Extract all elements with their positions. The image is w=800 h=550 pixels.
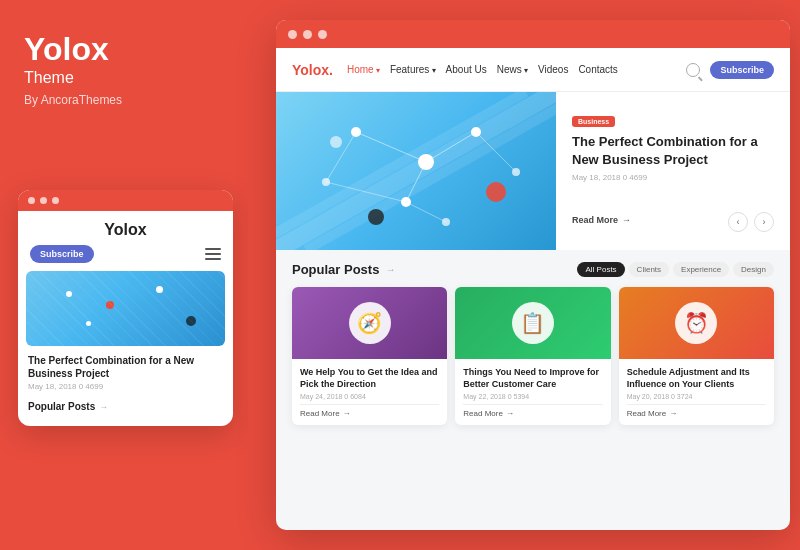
card-read-more-3[interactable]: Read More	[627, 409, 766, 418]
node-dot	[66, 291, 72, 297]
hero-badge: Business	[572, 116, 615, 127]
window-dot-3	[318, 30, 327, 39]
hero-title: The Perfect Combination for a New Busine…	[572, 133, 774, 168]
card-title-1: We Help You to Get the Idea and Pick the…	[300, 366, 439, 390]
mobile-hero-image	[26, 271, 225, 346]
node-dot	[86, 321, 91, 326]
mobile-post-title: The Perfect Combination for a New Busine…	[18, 346, 233, 382]
mobile-dot-3	[52, 197, 59, 204]
hero-section: Business The Perfect Combination for a N…	[276, 92, 790, 250]
svg-point-17	[368, 209, 384, 225]
post-card-2: 📋 Things You Need to Improve for Better …	[455, 287, 610, 425]
svg-point-19	[330, 136, 342, 148]
card-image-2: 📋	[455, 287, 610, 359]
svg-point-18	[486, 182, 506, 202]
nav-subscribe-button[interactable]: Subscribe	[710, 61, 774, 79]
brand-subtitle: Theme	[24, 69, 224, 87]
nav-about[interactable]: About Us	[446, 64, 487, 75]
nav-logo-text: Yolox	[292, 62, 329, 78]
mobile-nav: Subscribe	[18, 245, 233, 271]
clock-icon: ⏰	[675, 302, 717, 344]
card-meta-1: May 24, 2018 0 6084	[300, 393, 439, 400]
svg-point-10	[351, 127, 361, 137]
nav-logo-dot: .	[329, 62, 333, 78]
brand-author: By AncoraThemes	[24, 93, 224, 107]
popular-header: Popular Posts All Posts Clients Experien…	[292, 262, 774, 277]
left-panel: Yolox Theme By AncoraThemes Yolox Subscr…	[0, 0, 248, 550]
mobile-titlebar	[18, 190, 233, 211]
card-read-more-1[interactable]: Read More	[300, 409, 439, 418]
hero-next-button[interactable]: ›	[754, 212, 774, 232]
nav-home[interactable]: Home	[347, 64, 380, 75]
card-image-3: ⏰	[619, 287, 774, 359]
mobile-post-meta: May 18, 2018 0 4699	[18, 382, 233, 397]
nav-contacts[interactable]: Contacts	[578, 64, 617, 75]
mobile-mockup: Yolox Subscribe The Perfect Combination …	[18, 190, 233, 426]
clipboard-icon: 📋	[512, 302, 554, 344]
card-body-2: Things You Need to Improve for Better Cu…	[455, 359, 610, 425]
card-image-1: 🧭	[292, 287, 447, 359]
svg-line-3	[356, 132, 426, 162]
svg-line-9	[406, 202, 446, 222]
cards-row: 🧭 We Help You to Get the Idea and Pick t…	[292, 287, 774, 425]
hero-meta: May 18, 2018 0 4699	[572, 173, 774, 182]
card-read-more-2[interactable]: Read More	[463, 409, 602, 418]
node-dot	[106, 301, 114, 309]
filter-design[interactable]: Design	[733, 262, 774, 277]
card-title-2: Things You Need to Improve for Better Cu…	[463, 366, 602, 390]
popular-posts-title: Popular Posts	[292, 262, 395, 277]
nav-videos[interactable]: Videos	[538, 64, 568, 75]
card-meta-3: May 20, 2018 0 3724	[627, 393, 766, 400]
compass-icon: 🧭	[349, 302, 391, 344]
card-meta-2: May 22, 2018 0 5394	[463, 393, 602, 400]
brand-name: Yolox	[24, 32, 224, 67]
hero-content: Business The Perfect Combination for a N…	[556, 92, 790, 250]
hero-image	[276, 92, 556, 250]
hamburger-icon[interactable]	[205, 248, 221, 260]
nav-features[interactable]: Features	[390, 64, 436, 75]
nav-news[interactable]: News	[497, 64, 528, 75]
mobile-popular-label: Popular Posts	[18, 397, 233, 414]
hero-arrows: ‹ ›	[728, 212, 774, 232]
svg-point-15	[512, 168, 520, 176]
window-dot-1	[288, 30, 297, 39]
desktop-nav: Yolox. Home Features About Us News Video…	[276, 48, 790, 92]
svg-point-12	[471, 127, 481, 137]
filter-clients[interactable]: Clients	[629, 262, 669, 277]
mobile-subscribe-button[interactable]: Subscribe	[30, 245, 94, 263]
card-title-3: Schedule Adjustment and Its Influence on…	[627, 366, 766, 390]
mobile-dot-2	[40, 197, 47, 204]
mobile-dot-1	[28, 197, 35, 204]
desktop-titlebar	[276, 20, 790, 48]
popular-section: Popular Posts All Posts Clients Experien…	[276, 250, 790, 433]
svg-point-11	[418, 154, 434, 170]
window-dot-2	[303, 30, 312, 39]
hero-prev-button[interactable]: ‹	[728, 212, 748, 232]
desktop-panel: Yolox. Home Features About Us News Video…	[248, 0, 800, 550]
node-dot	[156, 286, 163, 293]
post-card-1: 🧭 We Help You to Get the Idea and Pick t…	[292, 287, 447, 425]
svg-point-13	[401, 197, 411, 207]
desktop-window: Yolox. Home Features About Us News Video…	[276, 20, 790, 530]
hero-read-more-link[interactable]: Read More	[572, 215, 631, 225]
node-dot	[186, 316, 196, 326]
search-icon[interactable]	[686, 63, 700, 77]
filter-all-posts[interactable]: All Posts	[577, 262, 624, 277]
svg-point-14	[322, 178, 330, 186]
nav-logo: Yolox.	[292, 62, 333, 78]
filter-experience[interactable]: Experience	[673, 262, 729, 277]
card-body-3: Schedule Adjustment and Its Influence on…	[619, 359, 774, 425]
card-body-1: We Help You to Get the Idea and Pick the…	[292, 359, 447, 425]
svg-point-16	[442, 218, 450, 226]
post-card-3: ⏰ Schedule Adjustment and Its Influence …	[619, 287, 774, 425]
mobile-logo: Yolox	[18, 211, 233, 245]
